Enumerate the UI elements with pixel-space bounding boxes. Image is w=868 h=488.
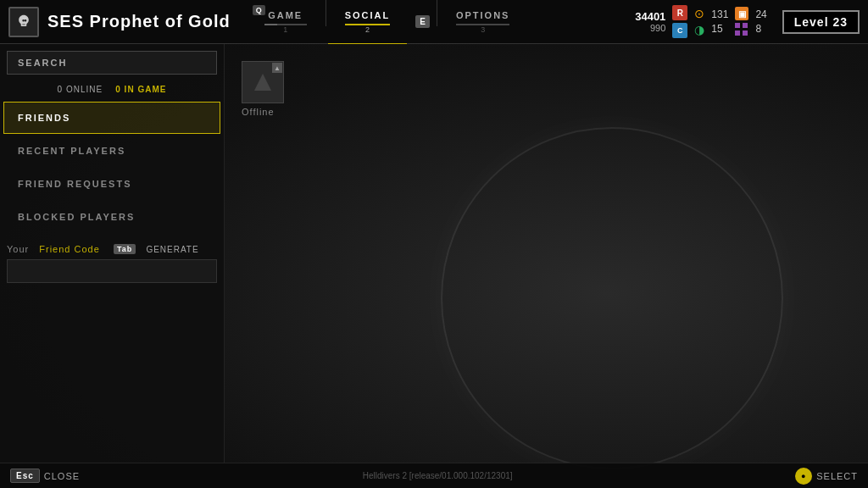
bottom-bar: Esc CLOSE Helldivers 2 [release/01.000.1… xyxy=(0,463,868,488)
tab-divider-1 xyxy=(326,0,326,26)
stat-vals: 131 15 xyxy=(711,8,728,35)
tab-social[interactable]: SOCIAL 2 xyxy=(328,0,408,43)
tab-options[interactable]: OPTIONS 3 xyxy=(439,0,527,43)
ingame-count: 0 IN GAME xyxy=(115,85,166,94)
main-content: SEARCH 0 ONLINE 0 IN GAME FRIENDS RECENT… xyxy=(0,44,868,463)
close-label: CLOSE xyxy=(44,471,80,481)
player-icon xyxy=(8,7,39,37)
req-stat: 34401 990 xyxy=(635,10,665,33)
avatar-box: ▲ xyxy=(242,61,284,103)
tab-social-label: SOCIAL xyxy=(345,10,391,20)
friend-code-yellow: Friend Code xyxy=(39,244,100,254)
tab-options-number: 3 xyxy=(481,25,485,34)
e-key-area: E xyxy=(407,0,435,43)
search-bar[interactable]: SEARCH xyxy=(7,51,217,75)
tab-game-number: 1 xyxy=(283,25,287,34)
select-label: SELECT xyxy=(816,471,858,481)
tab-game-label: GAME xyxy=(268,10,303,20)
r-icon: R xyxy=(672,5,687,20)
green-icon: ◑ xyxy=(694,23,704,36)
req-main-val: 34401 xyxy=(635,10,665,23)
val2: 15 xyxy=(711,23,728,35)
req-icons: R C xyxy=(672,5,687,38)
orange-sq-icon: ▣ xyxy=(735,7,748,20)
friend-code-input[interactable] xyxy=(7,259,217,283)
friend-status: Offline xyxy=(242,107,284,117)
menu-item-friends[interactable]: FRIENDS xyxy=(3,102,220,134)
online-count: 0 ONLINE xyxy=(58,85,103,94)
online-status: 0 ONLINE 0 IN GAME xyxy=(0,81,224,101)
player-name: SES Prophet of Gold xyxy=(47,12,231,31)
friend-code-section: Your Friend Code Tab GENERATE xyxy=(0,234,224,288)
req-sub-val: 990 xyxy=(650,23,665,33)
avatar-indicator: ▲ xyxy=(272,63,282,73)
version-text: Helldivers 2 [release/01.000.102/12301] xyxy=(363,471,513,480)
menu-item-blocked-players[interactable]: BLOCKED PLAYERS xyxy=(3,201,220,233)
menu-item-friend-requests[interactable]: FRIEND REQUESTS xyxy=(3,168,220,200)
val3: 24 xyxy=(755,8,766,20)
nav-tabs: Q GAME 1 SOCIAL 2 xyxy=(248,0,636,43)
generate-label: GENERATE xyxy=(146,245,198,254)
top-stats: 34401 990 R C ⊙ ◑ 131 15 ▣ xyxy=(635,5,860,38)
avatar-placeholder xyxy=(254,74,271,91)
select-button[interactable]: ● SELECT xyxy=(795,468,858,485)
tab-game[interactable]: Q GAME 1 xyxy=(248,0,324,43)
menu-item-recent-players[interactable]: RECENT PLAYERS xyxy=(3,135,220,167)
esc-key: Esc xyxy=(10,469,40,483)
val1: 131 xyxy=(711,8,728,20)
select-icon: ● xyxy=(795,468,812,485)
tab-game-key: Q xyxy=(253,5,265,15)
stat-vals-2: 24 8 xyxy=(755,8,766,35)
friend-code-label: Your Friend Code Tab GENERATE xyxy=(7,244,217,254)
val4: 8 xyxy=(755,23,766,35)
tab-divider-2 xyxy=(437,0,437,26)
c-icon: C xyxy=(672,23,687,38)
more-icons: ▣ xyxy=(735,7,748,36)
close-button[interactable]: Esc CLOSE xyxy=(10,469,80,483)
left-panel: SEARCH 0 ONLINE 0 IN GAME FRIENDS RECENT… xyxy=(0,44,225,463)
right-panel: ▲ Offline xyxy=(225,44,868,463)
medal-icon: ⊙ xyxy=(694,7,704,20)
top-bar: SES Prophet of Gold Q GAME 1 SOCIAL xyxy=(0,0,868,44)
level-badge: Level 23 xyxy=(782,10,860,34)
purple-grid-icon xyxy=(735,23,748,36)
e-key: E xyxy=(415,15,430,28)
friend-entry[interactable]: ▲ Offline xyxy=(242,61,284,117)
other-icons: ⊙ ◑ xyxy=(694,7,704,36)
tab-key-badge: Tab xyxy=(114,244,136,254)
tab-social-number: 2 xyxy=(365,25,370,34)
tab-options-label: OPTIONS xyxy=(456,10,510,20)
skull-icon xyxy=(15,14,32,30)
